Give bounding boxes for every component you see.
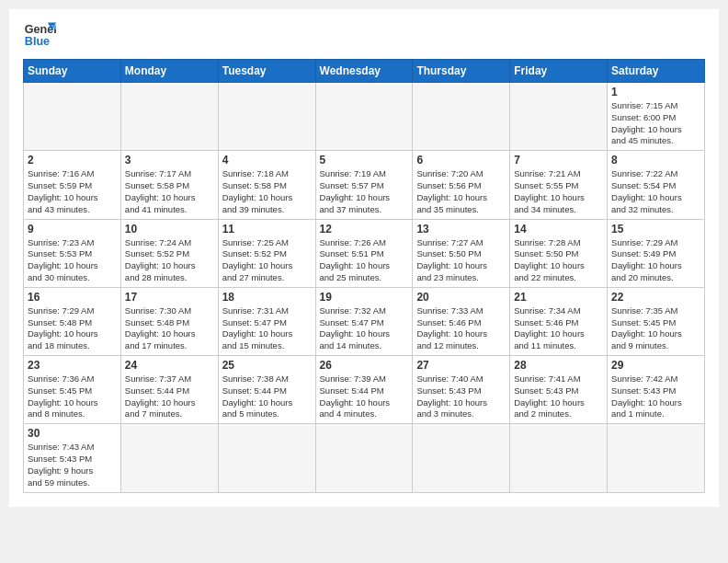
calendar-cell: 10Sunrise: 7:24 AM Sunset: 5:52 PM Dayli… [120,219,218,287]
calendar-table: SundayMondayTuesdayWednesdayThursdayFrid… [23,59,705,493]
calendar-cell: 12Sunrise: 7:26 AM Sunset: 5:51 PM Dayli… [315,219,413,287]
weekday-header-row: SundayMondayTuesdayWednesdayThursdayFrid… [24,60,705,83]
day-info: Sunrise: 7:15 AM Sunset: 6:00 PM Dayligh… [611,100,700,147]
calendar-cell: 28Sunrise: 7:41 AM Sunset: 5:43 PM Dayli… [510,356,608,424]
day-number: 19 [320,291,409,304]
day-info: Sunrise: 7:41 AM Sunset: 5:43 PM Dayligh… [514,373,603,420]
day-number: 23 [28,359,117,372]
weekday-header-wednesday: Wednesday [315,60,413,83]
calendar-cell [315,83,413,151]
day-info: Sunrise: 7:21 AM Sunset: 5:55 PM Dayligh… [514,168,603,215]
calendar-cell: 20Sunrise: 7:33 AM Sunset: 5:46 PM Dayli… [413,287,510,355]
day-number: 30 [28,427,117,440]
calendar-cell: 19Sunrise: 7:32 AM Sunset: 5:47 PM Dayli… [315,287,413,355]
day-number: 11 [222,223,312,236]
day-number: 28 [514,359,603,372]
calendar-cell: 16Sunrise: 7:29 AM Sunset: 5:48 PM Dayli… [24,287,121,355]
day-info: Sunrise: 7:33 AM Sunset: 5:46 PM Dayligh… [416,305,506,352]
day-number: 6 [416,154,506,167]
day-number: 24 [125,359,214,372]
calendar-cell: 30Sunrise: 7:43 AM Sunset: 5:43 PM Dayli… [24,424,121,492]
calendar-cell: 7Sunrise: 7:21 AM Sunset: 5:55 PM Daylig… [510,151,608,219]
calendar-cell: 15Sunrise: 7:29 AM Sunset: 5:49 PM Dayli… [608,219,705,287]
day-info: Sunrise: 7:29 AM Sunset: 5:48 PM Dayligh… [28,305,117,352]
calendar-cell: 17Sunrise: 7:30 AM Sunset: 5:48 PM Dayli… [120,287,218,355]
day-number: 14 [514,223,603,236]
weekday-header-monday: Monday [120,60,218,83]
calendar-cell: 18Sunrise: 7:31 AM Sunset: 5:47 PM Dayli… [218,287,315,355]
calendar-cell [413,83,510,151]
day-number: 22 [611,291,700,304]
day-number: 8 [611,154,700,167]
day-number: 20 [416,291,506,304]
calendar-week-row: 9Sunrise: 7:23 AM Sunset: 5:53 PM Daylig… [24,219,705,287]
calendar-cell: 14Sunrise: 7:28 AM Sunset: 5:50 PM Dayli… [510,219,608,287]
day-info: Sunrise: 7:18 AM Sunset: 5:58 PM Dayligh… [222,168,312,215]
day-number: 17 [125,291,214,304]
day-info: Sunrise: 7:28 AM Sunset: 5:50 PM Dayligh… [514,237,603,284]
calendar-cell: 23Sunrise: 7:36 AM Sunset: 5:45 PM Dayli… [24,356,121,424]
calendar-cell: 22Sunrise: 7:35 AM Sunset: 5:45 PM Dayli… [608,287,705,355]
day-info: Sunrise: 7:30 AM Sunset: 5:48 PM Dayligh… [125,305,214,352]
calendar-cell: 1Sunrise: 7:15 AM Sunset: 6:00 PM Daylig… [608,83,705,151]
calendar-cell [218,83,315,151]
day-info: Sunrise: 7:23 AM Sunset: 5:53 PM Dayligh… [28,237,117,284]
day-number: 7 [514,154,603,167]
calendar-cell: 6Sunrise: 7:20 AM Sunset: 5:56 PM Daylig… [413,151,510,219]
day-info: Sunrise: 7:31 AM Sunset: 5:47 PM Dayligh… [222,305,312,352]
calendar-cell [218,424,315,492]
day-info: Sunrise: 7:43 AM Sunset: 5:43 PM Dayligh… [28,442,117,488]
weekday-header-saturday: Saturday [608,60,705,83]
calendar-week-row: 16Sunrise: 7:29 AM Sunset: 5:48 PM Dayli… [24,287,705,355]
calendar-week-row: 1Sunrise: 7:15 AM Sunset: 6:00 PM Daylig… [24,83,705,151]
day-info: Sunrise: 7:42 AM Sunset: 5:43 PM Dayligh… [611,373,700,420]
calendar-cell [120,424,218,492]
calendar-cell: 13Sunrise: 7:27 AM Sunset: 5:50 PM Dayli… [413,219,510,287]
day-number: 13 [416,223,506,236]
calendar-cell [510,424,608,492]
day-info: Sunrise: 7:38 AM Sunset: 5:44 PM Dayligh… [222,373,312,420]
day-number: 4 [222,154,312,167]
calendar-cell: 29Sunrise: 7:42 AM Sunset: 5:43 PM Dayli… [608,356,705,424]
day-info: Sunrise: 7:40 AM Sunset: 5:43 PM Dayligh… [416,373,506,420]
day-number: 5 [320,154,409,167]
day-info: Sunrise: 7:39 AM Sunset: 5:44 PM Dayligh… [320,373,409,420]
day-number: 16 [28,291,117,304]
calendar-cell: 5Sunrise: 7:19 AM Sunset: 5:57 PM Daylig… [315,151,413,219]
svg-text:Blue: Blue [25,35,50,48]
day-info: Sunrise: 7:36 AM Sunset: 5:45 PM Dayligh… [28,373,117,420]
calendar-cell: 27Sunrise: 7:40 AM Sunset: 5:43 PM Dayli… [413,356,510,424]
day-info: Sunrise: 7:37 AM Sunset: 5:44 PM Dayligh… [125,373,214,420]
day-info: Sunrise: 7:34 AM Sunset: 5:46 PM Dayligh… [514,305,603,352]
logo-icon: General Blue [23,18,56,52]
day-info: Sunrise: 7:24 AM Sunset: 5:52 PM Dayligh… [125,237,214,284]
day-number: 9 [28,223,117,236]
calendar-cell: 21Sunrise: 7:34 AM Sunset: 5:46 PM Dayli… [510,287,608,355]
calendar-cell: 9Sunrise: 7:23 AM Sunset: 5:53 PM Daylig… [24,219,121,287]
day-number: 10 [125,223,214,236]
day-info: Sunrise: 7:17 AM Sunset: 5:58 PM Dayligh… [125,168,214,215]
day-number: 12 [320,223,409,236]
calendar-cell: 26Sunrise: 7:39 AM Sunset: 5:44 PM Dayli… [315,356,413,424]
calendar-cell: 2Sunrise: 7:16 AM Sunset: 5:59 PM Daylig… [24,151,121,219]
calendar-page: General Blue SundayMondayTuesdayWednesda… [9,9,719,507]
day-info: Sunrise: 7:29 AM Sunset: 5:49 PM Dayligh… [611,237,700,284]
day-info: Sunrise: 7:27 AM Sunset: 5:50 PM Dayligh… [416,237,506,284]
calendar-cell: 3Sunrise: 7:17 AM Sunset: 5:58 PM Daylig… [120,151,218,219]
day-info: Sunrise: 7:25 AM Sunset: 5:52 PM Dayligh… [222,237,312,284]
day-info: Sunrise: 7:22 AM Sunset: 5:54 PM Dayligh… [611,168,700,215]
header: General Blue [23,18,705,52]
calendar-cell [608,424,705,492]
day-number: 1 [611,86,700,98]
day-number: 25 [222,359,312,372]
day-number: 29 [611,359,700,372]
weekday-header-thursday: Thursday [413,60,510,83]
calendar-cell [315,424,413,492]
calendar-cell [510,83,608,151]
logo-area: General Blue [23,18,60,52]
calendar-cell [120,83,218,151]
calendar-week-row: 23Sunrise: 7:36 AM Sunset: 5:45 PM Dayli… [24,356,705,424]
calendar-cell: 24Sunrise: 7:37 AM Sunset: 5:44 PM Dayli… [120,356,218,424]
weekday-header-friday: Friday [510,60,608,83]
calendar-week-row: 2Sunrise: 7:16 AM Sunset: 5:59 PM Daylig… [24,151,705,219]
